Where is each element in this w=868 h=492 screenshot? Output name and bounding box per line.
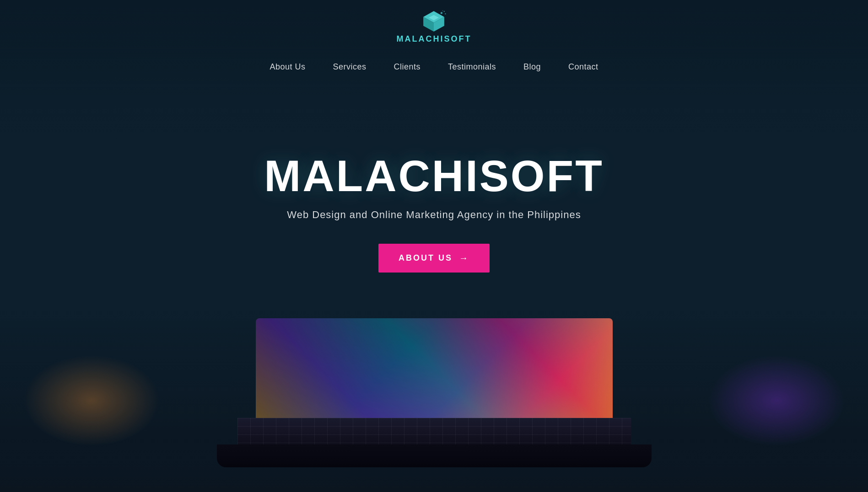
nav-item-clients[interactable]: Clients (394, 62, 421, 72)
arrow-icon: → (459, 253, 469, 263)
svg-point-6 (442, 11, 443, 11)
header: MALACHISOFT About Us Services Clients Te… (0, 0, 868, 81)
nav-item-about[interactable]: About Us (270, 62, 305, 72)
svg-point-7 (445, 13, 447, 15)
nav-item-contact[interactable]: Contact (568, 62, 598, 72)
laptop-keyboard (237, 418, 631, 445)
glow-right (708, 355, 845, 446)
cta-button[interactable]: ABOUT US → (378, 244, 490, 273)
main-nav: About Us Services Clients Testimonials B… (270, 58, 598, 81)
glow-left (23, 355, 160, 446)
nav-item-testimonials[interactable]: Testimonials (448, 62, 496, 72)
logo-text: MALACHISOFT (397, 34, 472, 44)
logo-container[interactable]: MALACHISOFT (397, 9, 472, 44)
hero-content: MALACHISOFT Web Design and Online Market… (264, 154, 604, 273)
laptop-base (217, 444, 652, 467)
svg-point-5 (444, 11, 445, 12)
svg-point-4 (441, 12, 442, 14)
laptop-screen (256, 318, 613, 419)
logo-icon (420, 9, 447, 34)
nav-item-blog[interactable]: Blog (523, 62, 541, 72)
laptop-background (205, 318, 663, 492)
hero-title: MALACHISOFT (264, 154, 604, 198)
hero-subtitle: Web Design and Online Marketing Agency i… (287, 209, 581, 221)
nav-item-services[interactable]: Services (333, 62, 366, 72)
hero-section: MALACHISOFT About Us Services Clients Te… (0, 0, 868, 492)
cta-label: ABOUT US (399, 253, 453, 263)
